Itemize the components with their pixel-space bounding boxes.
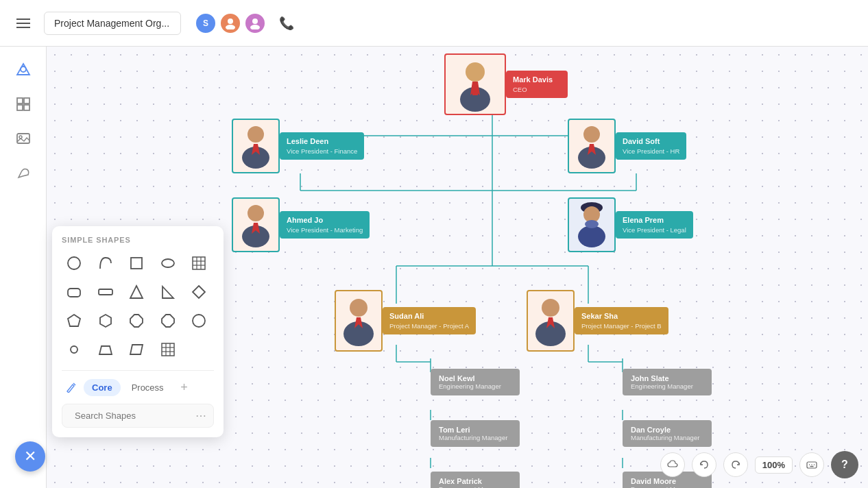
svg-rect-33 [162, 343, 174, 356]
shape-right-triangle[interactable] [156, 280, 180, 304]
shape-trapezoid[interactable] [93, 337, 118, 362]
help-button[interactable]: ? [831, 451, 858, 478]
shape-square[interactable] [124, 251, 149, 276]
pm-b-node[interactable]: Sekar Sha Project Manager - Project B [527, 290, 668, 352]
shape-octagon-sm[interactable] [124, 308, 149, 333]
keyboard-shortcut-button[interactable] [799, 452, 824, 477]
vp-finance-node[interactable]: Leslie Deen Vice President - Finance [232, 119, 364, 173]
svg-point-62 [466, 62, 485, 82]
shape-rect-rounded[interactable] [62, 280, 86, 304]
avatar-a [219, 12, 241, 34]
svg-point-30 [71, 346, 77, 353]
ceo-name: Mark Davis [513, 75, 561, 84]
svg-marker-27 [130, 315, 143, 327]
shape-triangle[interactable] [124, 280, 149, 304]
shape-grid-sm[interactable] [156, 337, 180, 362]
mgr3-node[interactable]: Tom Leri Manufacturing Manager [431, 420, 520, 447]
shape-circle[interactable] [62, 251, 86, 276]
svg-marker-26 [100, 315, 111, 327]
zoom-display: 100% [755, 456, 793, 474]
shape-parallelogram[interactable] [124, 337, 149, 362]
shape-arc[interactable] [93, 251, 118, 276]
svg-point-2 [252, 19, 258, 24]
search-input[interactable] [75, 411, 190, 421]
mgr2-node[interactable]: John Slate Engineering Manager [623, 369, 712, 395]
shape-diamond[interactable] [186, 280, 211, 304]
svg-point-14 [162, 259, 174, 267]
shape-circle-sm[interactable] [62, 337, 86, 362]
svg-marker-32 [130, 345, 143, 354]
svg-rect-21 [99, 289, 112, 295]
svg-point-0 [228, 19, 233, 24]
vp-marketing-node[interactable]: Ahmed Jo Vice President - Marketing [232, 197, 370, 252]
vp-marketing-name: Ahmed Jo [287, 215, 363, 225]
vp-finance-name: Leslie Deen [287, 136, 357, 146]
sidebar-icon-shapes[interactable] [8, 55, 38, 85]
sidebar-icon-image[interactable] [8, 123, 38, 154]
svg-marker-4 [17, 64, 29, 75]
vp-marketing-title: Vice President - Marketing [287, 225, 363, 234]
avatar-s: S [195, 12, 217, 34]
collaborators: S [195, 12, 266, 34]
left-sidebar [0, 47, 47, 488]
close-icon: ✕ [24, 449, 36, 464]
svg-point-12 [68, 257, 80, 269]
ceo-title: CEO [513, 85, 561, 94]
mgr5-node[interactable]: Alex Patrick Procurement Manager [431, 472, 520, 488]
sidebar-icon-draw[interactable] [8, 158, 38, 188]
vp-legal-node[interactable]: Elena Prem Vice President - Legal [568, 197, 693, 252]
svg-marker-25 [68, 315, 80, 326]
pm-a-name: Sudan Ali [389, 311, 469, 321]
svg-rect-7 [24, 98, 29, 103]
svg-point-77 [578, 225, 605, 247]
undo-button[interactable] [692, 452, 716, 477]
svg-point-83 [535, 321, 566, 346]
tab-wand-icon[interactable] [62, 378, 81, 397]
svg-marker-28 [162, 315, 174, 327]
vp-hr-node[interactable]: David Soft Vice President - HR [568, 119, 686, 173]
search-more-button[interactable]: ⋯ [195, 409, 206, 422]
pm-b-title: Project Manager - Project B [581, 321, 662, 330]
svg-point-3 [250, 25, 260, 29]
mgr4-node[interactable]: Dan Croyle Manufacturing Manager [623, 420, 712, 447]
svg-rect-13 [131, 258, 142, 269]
menu-button[interactable] [11, 11, 36, 36]
avatar-p [244, 12, 266, 34]
sidebar-icon-grid[interactable] [8, 89, 38, 119]
tab-process[interactable]: Process [123, 379, 172, 396]
tab-core[interactable]: Core [84, 379, 121, 396]
document-title[interactable]: Project Management Org... [44, 12, 181, 35]
ceo-node[interactable]: Mark Davis CEO [444, 53, 568, 115]
fab-close-button[interactable]: ✕ [15, 441, 45, 472]
tab-add-button[interactable]: + [175, 378, 194, 397]
shape-octagon-lg[interactable] [186, 308, 211, 333]
shapes-grid [62, 251, 214, 362]
svg-point-29 [193, 315, 205, 327]
shape-rect-wide[interactable] [93, 280, 118, 304]
vp-legal-name: Elena Prem [623, 215, 686, 225]
cloud-save-button[interactable] [660, 452, 685, 477]
vp-hr-title: Vice President - HR [623, 147, 679, 156]
svg-marker-31 [99, 346, 112, 354]
shape-hexagon[interactable] [93, 308, 118, 333]
svg-point-82 [542, 299, 559, 317]
shape-octagon-md[interactable] [156, 308, 180, 333]
shape-pentagon[interactable] [62, 308, 86, 333]
vp-legal-title: Vice President - Legal [623, 225, 686, 234]
svg-point-69 [583, 126, 600, 143]
vp-hr-name: David Soft [623, 136, 679, 146]
svg-point-5 [21, 66, 26, 72]
shapes-panel: SIMPLE SHAPES [52, 226, 224, 437]
svg-marker-24 [193, 286, 205, 298]
shape-table-grid[interactable] [186, 251, 211, 276]
vp-finance-title: Vice President - Finance [287, 147, 357, 156]
call-button[interactable]: 📞 [274, 11, 299, 36]
panel-tabs: Core Process + [62, 370, 214, 397]
shape-ellipse[interactable] [156, 251, 180, 276]
search-bar: ⋯ [62, 404, 214, 428]
pm-b-name: Sekar Sha [581, 311, 662, 321]
mgr1-node[interactable]: Noel Kewl Engineering Manager [431, 369, 520, 395]
svg-rect-9 [24, 105, 29, 110]
pm-a-node[interactable]: Sudan Ali Project Manager - Project A [335, 290, 476, 352]
redo-button[interactable] [723, 452, 748, 477]
